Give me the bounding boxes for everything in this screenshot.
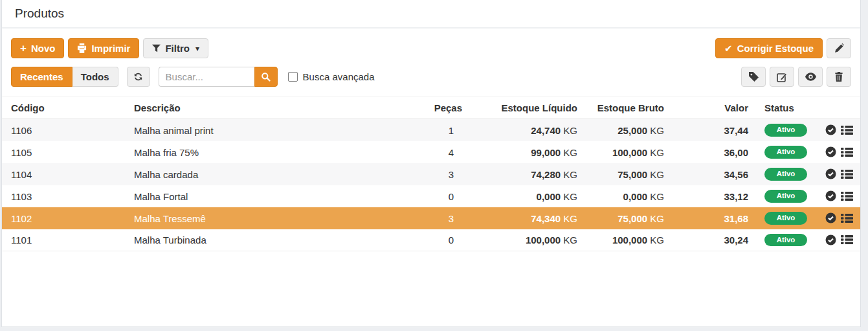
detail-list-icon[interactable] bbox=[841, 125, 853, 135]
edit-square-icon bbox=[777, 72, 787, 82]
cell-estoque-bruto: 100,000 KG bbox=[577, 147, 664, 158]
detail-list-icon[interactable] bbox=[841, 169, 853, 179]
check-circle-icon[interactable] bbox=[825, 168, 836, 179]
check-circle-icon[interactable] bbox=[825, 190, 836, 201]
cell-estoque-bruto: 75,000 KG bbox=[577, 169, 664, 180]
cell-status: Ativo bbox=[748, 212, 860, 225]
col-header-pecas[interactable]: Peças bbox=[421, 102, 462, 113]
tag-button[interactable] bbox=[741, 67, 766, 87]
cell-codigo: 1102 bbox=[2, 213, 134, 224]
row-icon-group bbox=[825, 124, 853, 135]
cell-descricao: Malha Turbinada bbox=[134, 234, 421, 245]
cell-descricao: Malha animal print bbox=[134, 125, 421, 136]
table-row[interactable]: 1102 Malha Tressemê 3 74,340 KG 75,000 K… bbox=[2, 207, 860, 229]
trash-icon bbox=[834, 72, 843, 82]
cell-pecas: 0 bbox=[421, 234, 462, 245]
row-icon-group bbox=[825, 168, 853, 179]
cell-pecas: 3 bbox=[421, 213, 462, 224]
filter-icon bbox=[152, 44, 161, 52]
toolbar-primary: + Novo Imprimir Filtro ▾ ✔ Corrigir Esto… bbox=[2, 38, 860, 58]
cell-estoque-bruto: 100,000 KG bbox=[577, 234, 664, 245]
edit-pencil-button[interactable] bbox=[827, 38, 851, 58]
col-header-estoque-bruto[interactable]: Estoque Bruto bbox=[577, 102, 664, 113]
advanced-search-checkbox[interactable] bbox=[288, 72, 298, 82]
table-row[interactable]: 1104 Malha cardada 3 74,280 KG 75,000 KG… bbox=[2, 163, 860, 185]
check-circle-icon[interactable] bbox=[825, 234, 836, 245]
pencil-icon bbox=[834, 43, 844, 53]
cell-estoque-liquido: 99,000 KG bbox=[462, 147, 577, 158]
print-button[interactable]: Imprimir bbox=[68, 38, 139, 58]
table-row[interactable]: 1106 Malha animal print 1 24,740 KG 25,0… bbox=[2, 119, 860, 141]
cell-status: Ativo bbox=[748, 234, 860, 247]
cell-valor: 30,24 bbox=[664, 234, 748, 245]
cell-pecas: 0 bbox=[421, 191, 462, 202]
check-circle-icon[interactable] bbox=[825, 124, 836, 135]
edit-note-button[interactable] bbox=[770, 67, 794, 87]
toolbar-secondary: Recentes Todos Busca avançada bbox=[2, 67, 860, 87]
view-button[interactable] bbox=[798, 67, 823, 87]
col-header-estoque-liquido[interactable]: Estoque Líquido bbox=[462, 102, 577, 113]
cell-estoque-bruto: 25,000 KG bbox=[577, 125, 664, 136]
col-header-status[interactable]: Status bbox=[748, 102, 860, 113]
row-icon-group bbox=[825, 212, 853, 223]
page-title: Produtos bbox=[15, 6, 64, 21]
products-panel: Produtos + Novo Imprimir Filtro ▾ ✔ Corr… bbox=[1, 0, 861, 327]
col-header-codigo[interactable]: Código bbox=[2, 102, 134, 113]
fix-stock-button-label: Corrigir Estoque bbox=[737, 43, 814, 54]
row-icon-group bbox=[825, 190, 853, 201]
printer-icon bbox=[77, 43, 87, 53]
cell-codigo: 1104 bbox=[2, 169, 134, 180]
filter-button[interactable]: Filtro ▾ bbox=[143, 38, 208, 58]
tab-todos[interactable]: Todos bbox=[72, 67, 118, 87]
filter-button-label: Filtro bbox=[165, 43, 190, 54]
col-header-valor[interactable]: Valor bbox=[664, 102, 748, 113]
detail-list-icon[interactable] bbox=[841, 191, 853, 201]
table-header: Código Descrição Peças Estoque Líquido E… bbox=[2, 97, 860, 119]
check-circle-icon[interactable] bbox=[825, 146, 836, 157]
tag-icon bbox=[749, 72, 759, 82]
delete-button[interactable] bbox=[827, 67, 851, 87]
status-badge: Ativo bbox=[764, 212, 807, 225]
tab-recentes[interactable]: Recentes bbox=[11, 67, 72, 87]
cell-codigo: 1103 bbox=[2, 191, 134, 202]
table-row[interactable]: 1103 Malha Fortal 0 0,000 KG 0,000 KG 33… bbox=[2, 185, 860, 207]
cell-descricao: Malha Tressemê bbox=[134, 213, 421, 224]
search-bar bbox=[159, 67, 278, 87]
check-circle-icon[interactable] bbox=[825, 212, 836, 223]
cell-status: Ativo bbox=[748, 168, 860, 181]
cell-estoque-bruto: 75,000 KG bbox=[577, 213, 664, 224]
status-badge: Ativo bbox=[764, 190, 807, 203]
table-row[interactable]: 1105 Malha fria 75% 4 99,000 KG 100,000 … bbox=[2, 141, 860, 163]
cell-estoque-liquido: 0,000 KG bbox=[462, 191, 577, 202]
cell-valor: 31,68 bbox=[664, 213, 748, 224]
chevron-down-icon: ▾ bbox=[195, 44, 199, 53]
row-action-buttons bbox=[741, 67, 851, 87]
status-badge: Ativo bbox=[764, 234, 807, 247]
row-icon-group bbox=[825, 146, 853, 157]
cell-codigo: 1101 bbox=[2, 234, 134, 245]
advanced-search-label: Busca avançada bbox=[303, 71, 375, 82]
detail-list-icon[interactable] bbox=[841, 213, 853, 223]
cell-status: Ativo bbox=[748, 146, 860, 159]
cell-estoque-liquido: 74,340 KG bbox=[462, 213, 577, 224]
new-button[interactable]: + Novo bbox=[11, 38, 64, 58]
advanced-search-toggle[interactable]: Busca avançada bbox=[288, 71, 375, 82]
cell-pecas: 3 bbox=[421, 169, 462, 180]
page-header: Produtos bbox=[2, 0, 860, 29]
detail-list-icon[interactable] bbox=[841, 147, 853, 157]
products-table: Código Descrição Peças Estoque Líquido E… bbox=[2, 97, 860, 251]
cell-estoque-liquido: 74,280 KG bbox=[462, 169, 577, 180]
col-header-descricao[interactable]: Descrição bbox=[134, 102, 421, 113]
fix-stock-button[interactable]: ✔ Corrigir Estoque bbox=[715, 38, 823, 58]
search-button[interactable] bbox=[254, 67, 278, 87]
cell-codigo: 1106 bbox=[2, 125, 134, 136]
print-button-label: Imprimir bbox=[91, 43, 130, 54]
table-body: 1106 Malha animal print 1 24,740 KG 25,0… bbox=[2, 119, 860, 251]
cell-descricao: Malha cardada bbox=[134, 169, 421, 180]
table-row[interactable]: 1101 Malha Turbinada 0 100,000 KG 100,00… bbox=[2, 229, 860, 251]
refresh-button[interactable] bbox=[127, 67, 150, 87]
status-badge: Ativo bbox=[764, 124, 807, 137]
detail-list-icon[interactable] bbox=[841, 234, 853, 245]
status-badge: Ativo bbox=[764, 146, 807, 159]
search-input[interactable] bbox=[159, 67, 254, 87]
